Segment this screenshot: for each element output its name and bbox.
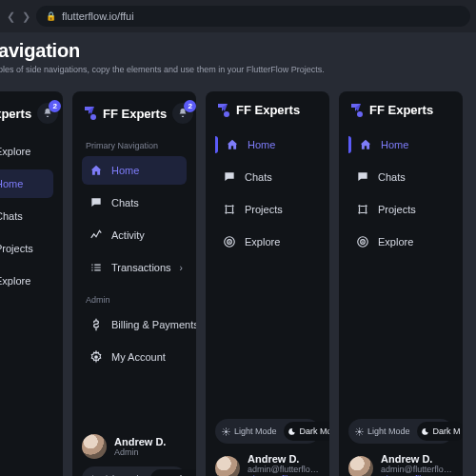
sun-icon <box>222 427 230 436</box>
sidenav-panel-3: FF Experts Home Chats Projects Explore <box>206 91 329 476</box>
theme-label: Light Mode <box>234 426 277 436</box>
sidebar-item-label: Home <box>381 139 408 150</box>
theme-dark-option[interactable]: Dark M <box>417 422 463 441</box>
sidebar-item-home[interactable]: Home <box>0 169 53 198</box>
brand-text: FF Experts <box>236 103 300 117</box>
nav-back-icon[interactable]: ❮ <box>6 10 15 23</box>
panel-header: FF Experts <box>348 103 453 130</box>
home-icon <box>226 138 239 151</box>
theme-toggle[interactable]: Light Mode Dark Mode <box>82 466 187 476</box>
sidebar-item-chats[interactable]: Chats <box>348 163 453 191</box>
theme-label: Light Mode <box>367 426 410 436</box>
theme-toggle[interactable]: Light Mode Dark Mode <box>215 419 320 444</box>
chat-icon <box>223 170 236 184</box>
sidebar-item-label: Transactions <box>111 262 171 273</box>
user-card[interactable]: Andrew D. Admin <box>82 434 187 459</box>
user-email: admin@flutterflow.app <box>248 465 320 474</box>
chat-icon <box>89 196 103 209</box>
sun-icon <box>355 427 364 436</box>
sidebar-item-label: Projects <box>245 204 283 215</box>
brand-icon <box>350 104 364 117</box>
notification-bell[interactable]: 2 <box>172 103 193 124</box>
sidebar-item-transactions[interactable]: Transactions › <box>82 253 187 282</box>
theme-light-option[interactable]: Light Mode <box>218 422 281 441</box>
sidebar-item-chats[interactable]: Chats <box>215 163 320 191</box>
sidebar-item-projects[interactable]: Projects <box>215 195 320 224</box>
user-card[interactable]: Andrew D. admin@flutterflow.app View Pro… <box>348 453 453 476</box>
sidenav-examples-row: FF Experts 2 Explore Home Chats Proje <box>0 91 476 476</box>
notif-count-badge: 2 <box>184 100 196 112</box>
projects-icon <box>356 203 369 216</box>
user-name: Andrew D. <box>114 436 166 447</box>
notif-count-badge: 2 <box>49 100 61 112</box>
user-role: Admin <box>114 447 166 457</box>
sidebar-item-label: Home <box>111 165 139 176</box>
avatar <box>215 456 240 476</box>
panel-header: FF Experts 2 <box>82 103 187 137</box>
moon-icon <box>288 427 296 436</box>
browser-bar: ❮ ❯ 🔒 flutterflow.io/ffui <box>0 0 476 32</box>
theme-light-option[interactable]: Light Mode <box>351 422 414 441</box>
sidebar-item-label: Explore <box>0 146 30 157</box>
sidebar-item-label: Explore <box>245 236 280 248</box>
sidebar-item-explore[interactable]: Explore <box>0 267 53 295</box>
sidebar-item-my-account[interactable]: My Account <box>82 343 187 371</box>
sidebar-item-home[interactable]: Home <box>215 130 320 159</box>
sidebar-item-projects[interactable]: Projects <box>0 234 53 263</box>
sidenav-panel-2: FF Experts 2 Primary Navigation Home Cha… <box>72 91 196 476</box>
moon-icon <box>421 427 429 436</box>
projects-icon <box>223 203 236 216</box>
sidebar-item-label: Explore <box>378 236 413 248</box>
sidebar-item-label: My Account <box>111 351 166 363</box>
sidebar-item-explore[interactable]: Explore <box>215 228 320 256</box>
sidebar-item-home[interactable]: Home <box>82 156 187 185</box>
page-subtitle: ples of side navigations, copy the eleme… <box>0 65 476 74</box>
sidebar-item-label: Home <box>248 139 275 150</box>
sidebar-item-label: Chats <box>378 171 406 183</box>
sidebar-item-label: Chats <box>111 197 139 208</box>
user-name: Andrew D. <box>381 453 453 465</box>
sidebar-item-label: Chats <box>0 210 23 222</box>
panel-header: FF Experts 2 <box>0 103 53 137</box>
url-bar[interactable]: 🔒 flutterflow.io/ffui <box>36 6 470 27</box>
lock-icon: 🔒 <box>46 11 56 21</box>
sidebar-item-billing[interactable]: Billing & Payments <box>82 310 187 339</box>
brand-icon <box>84 107 97 120</box>
user-card[interactable]: Andrew D. admin@flutterflow.app View Pro… <box>215 453 320 476</box>
brand-icon <box>217 104 230 117</box>
avatar <box>82 434 107 459</box>
theme-light-option[interactable]: Light Mode <box>85 469 148 476</box>
sidebar-item-label: Chats <box>245 171 272 183</box>
sidebar-item-projects[interactable]: Projects <box>348 195 453 224</box>
brand-text: FF Experts <box>0 107 31 121</box>
explore-icon <box>356 235 369 248</box>
chevron-right-icon: › <box>180 263 183 273</box>
theme-dark-option[interactable]: Dark Mode <box>284 422 329 441</box>
brand-text: FF Experts <box>103 107 167 121</box>
explore-icon <box>223 235 236 248</box>
sidebar-item-label: Activity <box>111 229 145 241</box>
sidebar-item-explore[interactable]: Explore <box>0 137 53 166</box>
sidebar-item-label: Home <box>0 178 23 189</box>
theme-label: Dark Mode <box>300 426 329 436</box>
theme-dark-option[interactable]: Dark Mode <box>150 469 196 476</box>
gear-icon <box>89 350 103 364</box>
sidebar-item-activity[interactable]: Activity <box>82 221 187 249</box>
home-icon <box>359 138 372 151</box>
avatar <box>348 456 373 476</box>
theme-toggle[interactable]: Light Mode Dark M <box>348 419 453 444</box>
dollar-icon <box>89 318 103 331</box>
sidebar-item-chats[interactable]: Chats <box>0 202 53 230</box>
nav-fwd-icon[interactable]: ❯ <box>21 10 30 23</box>
activity-icon <box>89 228 103 242</box>
sidebar-item-label: Projects <box>378 204 416 215</box>
user-email: admin@flutterflow.app <box>381 465 453 474</box>
sidebar-item-chats[interactable]: Chats <box>82 188 187 217</box>
section-primary-nav: Primary Navigation <box>82 137 187 156</box>
sidebar-item-home[interactable]: Home <box>348 130 453 159</box>
sidebar-item-explore[interactable]: Explore <box>348 228 453 256</box>
sidebar-item-label: Billing & Payments <box>111 319 196 330</box>
notification-bell[interactable]: 2 <box>37 103 58 124</box>
section-admin: Admin <box>82 291 187 310</box>
chat-icon <box>356 170 369 184</box>
